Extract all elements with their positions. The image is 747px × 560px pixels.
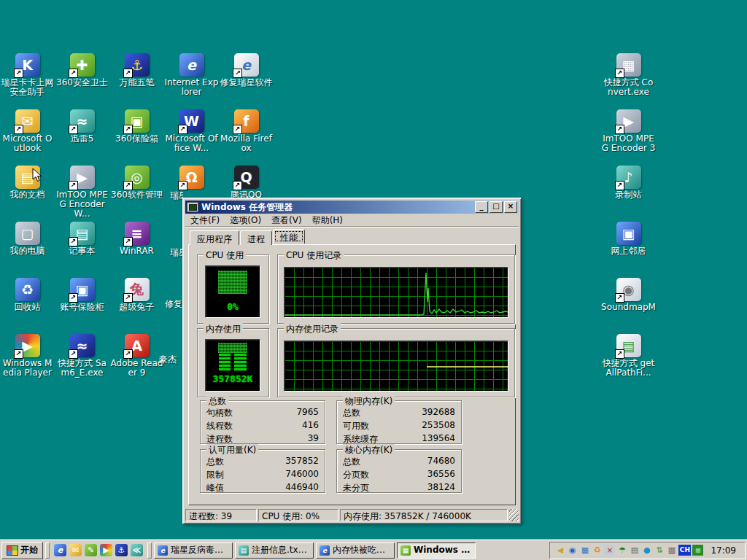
stat-label: 总数: [343, 407, 422, 419]
stat-value: 139564: [422, 433, 455, 446]
desktop-icon-office-word[interactable]: W Microsoft Office W...: [164, 106, 219, 162]
quick-launch: e ✉ ✎ ▶ ⚓ ≪: [52, 544, 145, 556]
desktop-icon-notepad[interactable]: ▤ 记事本: [55, 218, 109, 274]
task-button-rising-web[interactable]: e 瑞星反病毒资...: [154, 542, 233, 559]
memory-usage-gauge: 357852K: [205, 339, 260, 392]
desktop-icon-imtoo-encoder-w[interactable]: ▶ ImTOO MPEG Encoder W...: [55, 162, 109, 218]
tab-processes[interactable]: 进程: [240, 230, 272, 245]
shortcut-arrow-icon: [69, 349, 78, 359]
desktop-icon-adobe-reader[interactable]: A Adobe Reader 9: [109, 330, 164, 386]
stat-value: 253508: [422, 420, 455, 432]
desktop-icon-record-station[interactable]: ♪ 录制站: [601, 162, 656, 218]
stat-value: 746000: [285, 469, 319, 481]
desktop-icon-imtoo-encoder-3[interactable]: ▶ ImTOO MPEG Encoder 3: [601, 106, 656, 162]
desktop-icon-convert[interactable]: ▦ 快捷方式 Convert.exe: [601, 50, 656, 106]
cpu-history-graph: [284, 267, 508, 318]
tab-applications[interactable]: 应用程序: [190, 230, 239, 245]
disconnected-network-icon[interactable]: ×: [604, 545, 615, 556]
shortcut-arrow-icon: [123, 237, 133, 246]
sync-arrows-icon[interactable]: ⇅: [654, 545, 665, 556]
quick-launch-thunder-icon[interactable]: ≪: [131, 544, 143, 556]
desktop-icon-winrar[interactable]: ≡ WinRAR: [109, 218, 164, 274]
software-manager-icon: ◎: [125, 166, 150, 189]
resize-grip[interactable]: [509, 509, 519, 521]
desktop-icon-360-box[interactable]: ▣ 360保险箱: [109, 106, 164, 162]
minimize-button[interactable]: _: [475, 201, 488, 213]
toolbar-grip[interactable]: [147, 542, 152, 559]
desktop-icon-super-rabbit[interactable]: 兔 超级兔子: [109, 274, 164, 330]
desktop-icon-soundmap[interactable]: ◉ SoundmapM: [601, 274, 656, 330]
desktop-icon-ie[interactable]: e Internet Explorer: [164, 50, 219, 106]
desktop-icon-360-software[interactable]: ◎ 360软件管理: [109, 162, 164, 218]
repair-document-icon: e: [234, 53, 259, 77]
desktop-icon-firefox[interactable]: f Mozilla Firefox: [219, 106, 274, 162]
stat-value: 74680: [427, 456, 455, 468]
360-shield-icon: ✚: [70, 53, 95, 77]
maximize-button[interactable]: □: [489, 201, 503, 213]
menu-file[interactable]: 文件(F): [185, 213, 225, 228]
buildings-icon: ▦: [616, 53, 641, 77]
title-bar[interactable]: Windows 任务管理器 _ □ ×: [185, 201, 519, 214]
desktop-icon-my-computer[interactable]: ▢ 我的电脑: [0, 218, 55, 274]
shortcut-arrow-icon: [69, 69, 78, 78]
shortcut-arrow-icon: [123, 349, 133, 359]
stat-label: 总数: [343, 456, 427, 468]
status-cpu: CPU 使用: 0%: [258, 509, 338, 521]
notepad-icon: ▤: [239, 545, 249, 556]
desktop-icon-repair-rising[interactable]: e 修复瑞星软件: [219, 50, 274, 106]
menu-options[interactable]: 选项(O): [225, 213, 266, 228]
lion-icon: Ω: [179, 166, 204, 189]
volume-icon[interactable]: ◀: [554, 545, 565, 556]
task-button-memory-web[interactable]: e 内存快被吃光...: [316, 542, 395, 559]
menu-view[interactable]: 查看(V): [266, 213, 307, 228]
stat-label: 总数: [206, 456, 285, 468]
desktop-icon-360-safe[interactable]: ✚ 360安全卫士: [55, 50, 109, 106]
shortcut-arrow-icon: [178, 181, 187, 190]
tray-clock[interactable]: 17:09: [705, 545, 740, 556]
close-button[interactable]: ×: [504, 201, 517, 213]
desktop-icon-recycle-bin[interactable]: ♻ 回收站: [0, 274, 55, 330]
led-status-icon[interactable]: ▦: [692, 545, 703, 556]
quick-launch-wubi-icon[interactable]: ⚓: [115, 544, 128, 556]
tab-performance[interactable]: 性能: [273, 229, 305, 244]
menu-help[interactable]: 帮助(H): [307, 213, 348, 228]
task-button-task-manager[interactable]: ▦ Windows 任务...: [397, 542, 476, 559]
stat-label: 限制: [206, 469, 285, 481]
desktop-icon-outlook[interactable]: ✉ Microsoft Outlook: [0, 106, 55, 162]
status-processes: 进程数: 39: [185, 509, 257, 521]
desktop-icon-account-safe[interactable]: ▣ 账号保险柜: [55, 274, 109, 330]
start-button[interactable]: 开始: [1, 542, 43, 559]
system-tray: ◀ ◉ ▦ ♻ × ☂ ▤ ● ⇅ ▥ CH ▦ 17:09: [549, 542, 746, 559]
toolbar-grip[interactable]: [45, 542, 50, 559]
desktop-icon-network-places[interactable]: ▣ 网上邻居: [601, 218, 656, 274]
desktop-icon-wubi[interactable]: ⚓ 万能五笔: [109, 50, 164, 106]
messenger-icon[interactable]: ▦: [579, 545, 590, 556]
stat-value: 38124: [427, 482, 455, 494]
quick-launch-ie-icon[interactable]: e: [54, 544, 66, 556]
desktop-icon-rising-kaka[interactable]: K 瑞星卡卡上网安全助手: [0, 50, 55, 106]
input-language-indicator[interactable]: CH: [678, 545, 691, 556]
internet-explorer-icon: e: [179, 53, 204, 77]
network-computers-icon: ▣: [616, 222, 641, 245]
window-icon: [187, 202, 198, 212]
occluded-icon-label: 豪杰: [159, 354, 182, 365]
quick-launch-editor-icon[interactable]: ✎: [85, 544, 97, 556]
desktop-icon-getallpath[interactable]: ▤ 快捷方式 getAllPathFi...: [601, 330, 656, 386]
desktop-icon-thunder5[interactable]: ≈ 迅雷5: [55, 106, 109, 162]
desktop-icon-grid-right: ▦ 快捷方式 Convert.exe ▶ ImTOO MPEG Encoder …: [601, 50, 656, 386]
network-globe-icon[interactable]: ◉: [567, 545, 578, 556]
desktop-icon-wmp[interactable]: ▶ Windows Media Player: [0, 330, 55, 386]
stat-label: 未分页: [343, 482, 427, 494]
update-icon[interactable]: ♻: [592, 545, 603, 556]
rising-antivirus-umbrella-icon[interactable]: ☂: [616, 545, 627, 556]
quick-launch-outlook-icon[interactable]: ✉: [69, 544, 82, 556]
stat-value: 392688: [422, 407, 455, 419]
stat-value: 416: [296, 420, 319, 432]
task-button-notepad-txt[interactable]: ▤ 注册信息.txt -...: [235, 542, 314, 559]
desktop-icon-my-documents[interactable]: ▤ 我的文档: [0, 162, 55, 218]
display-icon[interactable]: ▥: [666, 545, 677, 556]
desktop-icon-sam6[interactable]: ≈ 快捷方式 Sam6_E.exe: [55, 330, 109, 386]
internet-icon[interactable]: ●: [641, 545, 652, 556]
quick-launch-media-player-icon[interactable]: ▶: [100, 544, 112, 556]
printer-icon[interactable]: ▤: [629, 545, 640, 556]
